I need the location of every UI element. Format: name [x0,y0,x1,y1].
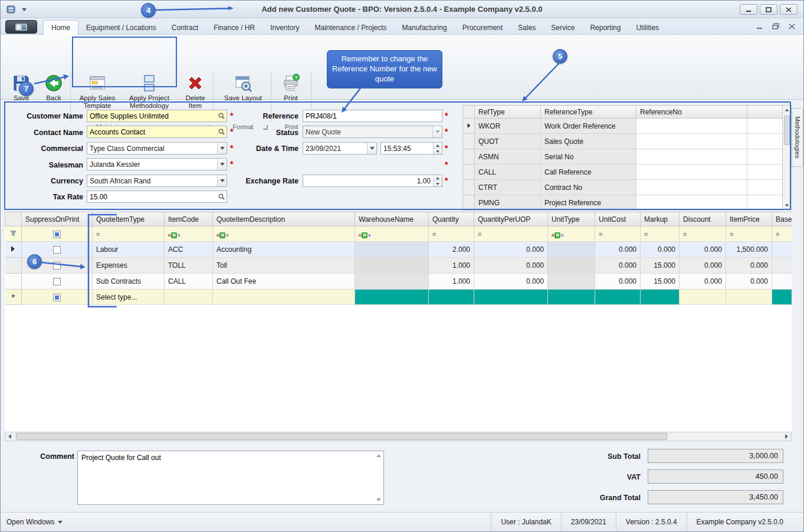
open-windows-dropdown[interactable]: Open Windows [6,518,63,526]
filter-checkbox[interactable] [53,231,61,238]
contact-name-field[interactable] [87,126,227,138]
refgrid-vertical-scrollbar[interactable] [782,105,792,210]
discount-cell[interactable]: 0.000 [680,242,726,258]
close-button[interactable] [780,4,798,15]
scrollbar-thumb[interactable] [784,116,790,145]
salesman-combo[interactable]: Julanda Kessler [87,158,227,170]
col-base[interactable]: Base [772,212,792,226]
tax-rate-field[interactable] [87,191,227,203]
methodologies-side-tab[interactable]: Methodologies [792,108,803,167]
referenceno-cell[interactable] [636,165,747,180]
app-menu-button[interactable] [5,20,37,34]
tax-rate-lookup-icon[interactable] [216,191,227,202]
scroll-up-icon[interactable] [783,106,791,114]
quantityperuop-cell[interactable]: 0.000 [474,274,548,290]
status-combo[interactable]: New Quote [303,126,442,138]
quoteitemtype-cell[interactable]: Labour [93,242,165,258]
scroll-down-icon[interactable] [376,498,381,501]
tab-sales[interactable]: Sales [510,20,543,35]
mdi-restore-icon[interactable] [772,23,779,29]
col-itemcode[interactable]: ItemCode [165,212,213,226]
minimize-button[interactable] [740,4,757,15]
exchange-rate-field[interactable]: 1.00 [303,175,442,187]
description-cell[interactable]: Toll [213,258,355,274]
scroll-left-icon[interactable] [5,432,14,441]
maximize-button[interactable] [760,4,777,15]
refgrid-col-reftype[interactable]: RefType [475,106,541,119]
spin-up-icon[interactable] [434,175,442,181]
col-quoteitemtype[interactable]: QuoteItemType [93,212,165,226]
base-cell[interactable] [772,242,792,258]
col-quantityperuop[interactable]: QuantityPerUOP [474,212,548,226]
quantityperuop-cell[interactable]: 0.000 [474,242,548,258]
markup-cell[interactable]: 15.000 [641,258,680,274]
reference-field[interactable] [303,110,442,122]
tax-rate-input[interactable] [87,193,216,201]
refgrid-col-referencetype[interactable]: ReferenceType [541,106,636,119]
description-cell[interactable]: Call Out Fee [213,274,355,290]
tab-reporting[interactable]: Reporting [582,20,628,35]
col-quoteitemdescription[interactable]: QuoteItemDescription [213,212,355,226]
contact-name-input[interactable] [87,128,216,136]
scrollbar-thumb[interactable] [16,433,667,440]
unitcost-cell[interactable]: 0.000 [595,274,641,290]
itemprice-cell[interactable] [726,290,772,305]
col-markup[interactable]: Markup [641,212,680,226]
itemcode-cell[interactable]: TOLL [165,258,213,274]
comment-textarea[interactable]: Project Quote for Call out [78,451,383,504]
tab-maintenance-projects[interactable]: Maintenance / Projects [307,20,395,35]
select-type-cell[interactable]: Select type... [93,290,165,305]
suppress-checkbox[interactable] [53,262,61,270]
tab-manufacturing[interactable]: Manufacturing [395,20,455,35]
refgrid-col-referenceno[interactable]: ReferenceNo [636,106,747,119]
quantity-cell[interactable]: 1.000 [429,258,474,274]
tab-contract[interactable]: Contract [164,20,206,35]
quoteitemtype-cell[interactable]: Sub Contracts [93,274,165,290]
spin-down-icon[interactable] [434,181,442,186]
discount-cell[interactable]: 0.000 [680,274,726,290]
quantityperuop-cell[interactable]: 0.000 [474,258,548,274]
tab-inventory[interactable]: Inventory [262,20,307,35]
tab-home[interactable]: Home [43,20,78,35]
col-warehousename[interactable]: WarehouseName [355,212,429,226]
referenceno-cell[interactable] [636,119,747,134]
tab-equipment-locations[interactable]: Equipment / Locations [78,20,164,35]
col-quantity[interactable]: Quantity [429,212,474,226]
base-cell[interactable] [772,258,792,274]
customer-name-field[interactable] [87,110,227,122]
col-unitcost[interactable]: UnitCost [595,212,641,226]
spin-down-icon[interactable] [434,149,442,154]
currency-combo[interactable]: South African Rand [87,175,227,187]
markup-cell[interactable]: 0.000 [641,242,680,258]
quantity-cell[interactable]: 2.000 [429,242,474,258]
tab-finance-hr[interactable]: Finance / HR [206,20,262,35]
itemcode-cell[interactable]: ACC [165,242,213,258]
time-spinner[interactable] [433,143,442,154]
base-cell[interactable] [772,274,792,290]
customer-name-input[interactable] [87,112,216,120]
itemprice-cell[interactable]: 0.000 [726,258,772,274]
chevron-down-icon[interactable] [217,159,227,170]
spin-up-icon[interactable] [434,143,442,149]
scroll-right-icon[interactable] [782,432,791,441]
itemprice-cell[interactable]: 0.000 [726,274,772,290]
referenceno-cell[interactable] [636,180,747,195]
tab-procurement[interactable]: Procurement [455,20,511,35]
itemprice-cell[interactable]: 1,500.000 [726,242,772,258]
date-field[interactable]: 23/09/2021 [303,142,377,155]
quoteitemtype-cell[interactable]: Expenses [93,258,165,274]
quantity-cell[interactable]: 1.000 [429,274,474,290]
referenceno-cell[interactable] [636,195,747,211]
suppress-checkbox[interactable] [53,246,61,254]
unitcost-cell[interactable]: 0.000 [595,242,641,258]
scroll-down-icon[interactable] [783,201,791,209]
mdi-minimize-icon[interactable] [756,24,763,29]
calendar-dropdown-icon[interactable] [367,143,376,154]
discount-cell[interactable]: 0.000 [680,258,726,274]
col-discount[interactable]: Discount [680,212,726,226]
mdi-close-icon[interactable] [789,24,795,29]
grid-horizontal-scrollbar[interactable] [5,432,792,441]
suppress-checkbox[interactable] [53,278,61,285]
col-itemprice[interactable]: ItemPrice [726,212,772,226]
col-unittype[interactable]: UnitType [548,212,595,226]
